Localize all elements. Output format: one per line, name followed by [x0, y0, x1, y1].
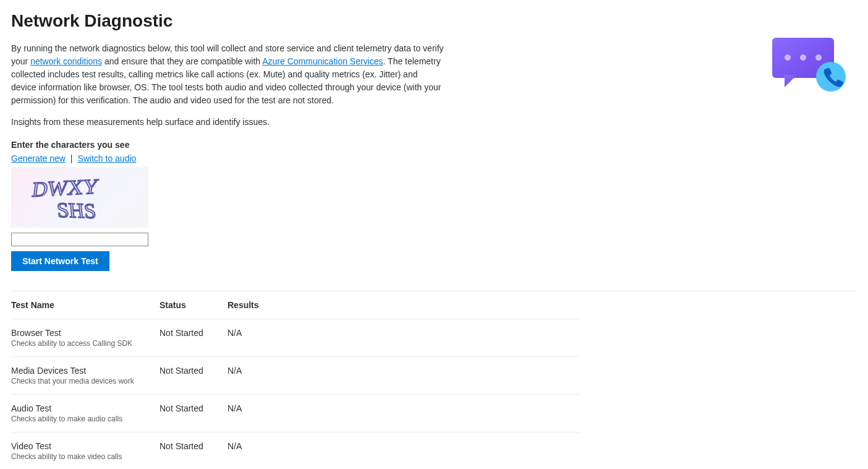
test-name-cell: Video TestChecks ability to make video c…	[11, 432, 160, 470]
test-status: Not Started	[160, 432, 228, 470]
table-row: Video TestChecks ability to make video c…	[11, 432, 580, 470]
test-status: Not Started	[160, 319, 228, 357]
captcha-input[interactable]	[11, 233, 148, 246]
captcha-label: Enter the characters you see	[11, 140, 444, 150]
test-results: N/A	[228, 357, 580, 395]
test-name: Browser Test	[11, 328, 155, 338]
test-name-cell: Media Devices TestChecks that your media…	[11, 357, 160, 395]
test-name-cell: Browser TestChecks ability to access Cal…	[11, 319, 160, 357]
captcha-image: DWXY SHS	[11, 167, 148, 228]
col-header-results: Results	[228, 291, 580, 319]
captcha-link-divider: |	[70, 153, 73, 163]
test-desc: Checks ability to access Calling SDK	[11, 339, 155, 348]
table-row: Media Devices TestChecks that your media…	[11, 357, 580, 395]
svg-point-4	[815, 54, 822, 61]
test-desc: Checks ability to make video calls	[11, 452, 155, 461]
tests-table: Test Name Status Results Browser TestChe…	[11, 291, 580, 469]
test-name: Video Test	[11, 441, 155, 451]
insights-text: Insights from these measurements help su…	[11, 116, 444, 129]
page-title: Network Diagnostic	[11, 11, 444, 31]
test-results: N/A	[228, 395, 580, 432]
test-name-cell: Audio TestChecks ability to make audio c…	[11, 395, 160, 432]
captcha-text-line2: SHS	[56, 199, 97, 223]
test-results: N/A	[228, 432, 580, 470]
captcha-text-line1: DWXY	[31, 174, 100, 200]
intro-text: By running the network diagnostics below…	[11, 42, 444, 107]
chat-call-icon	[769, 35, 849, 98]
table-row: Browser TestChecks ability to access Cal…	[11, 319, 580, 357]
svg-point-2	[785, 54, 791, 61]
test-desc: Checks that your media devices work	[11, 377, 155, 385]
col-header-status: Status	[160, 291, 228, 319]
col-header-name: Test Name	[11, 291, 160, 319]
svg-marker-1	[785, 75, 797, 87]
test-desc: Checks ability to make audio calls	[11, 415, 155, 423]
svg-point-3	[800, 54, 806, 61]
table-row: Audio TestChecks ability to make audio c…	[11, 395, 580, 432]
network-conditions-link[interactable]: network conditions	[30, 56, 102, 66]
switch-to-audio-link[interactable]: Switch to audio	[77, 153, 136, 163]
test-status: Not Started	[160, 357, 228, 395]
test-status: Not Started	[160, 395, 228, 432]
test-name: Media Devices Test	[11, 366, 155, 376]
test-name: Audio Test	[11, 403, 155, 413]
intro-mid1: and ensure that they are compatible with	[102, 56, 262, 66]
test-results: N/A	[228, 319, 580, 357]
acs-link[interactable]: Azure Communication Services	[262, 56, 383, 66]
start-network-test-button[interactable]: Start Network Test	[11, 251, 109, 271]
svg-point-5	[816, 62, 846, 92]
generate-new-link[interactable]: Generate new	[11, 153, 66, 163]
